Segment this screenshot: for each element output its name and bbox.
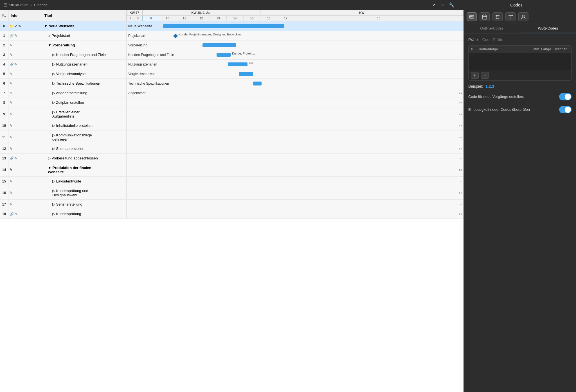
row-gantt-3: Kunden-Fragebogen und Ziele Kunde; Proje…: [127, 50, 464, 59]
toolbar-btn-keys[interactable]: [467, 12, 477, 21]
edit-icon[interactable]: ✎: [10, 147, 12, 151]
gantt-arrow-14: >>: [459, 168, 462, 172]
filter-icon[interactable]: ⛛: [432, 3, 436, 8]
table-row: 17 ✎ ▷ Seitenerstellung >>: [0, 200, 464, 209]
edit-icon[interactable]: ✎: [10, 191, 12, 195]
toolbar-btn-calendar[interactable]: [480, 12, 490, 21]
table-body[interactable]: 0 📁 ✓ ✎ ▼ Neue Webseite Neue Webseite 1 …: [0, 21, 464, 392]
toggle-label-unique-codes: Eindeutigkeit neuer Codes überprüfen: [468, 107, 530, 112]
row-gantt-18: >>: [127, 209, 464, 218]
breadcrumb-eingabe[interactable]: Eingabe: [34, 3, 48, 7]
row-num-2: 2: [0, 40, 8, 50]
breadcrumb-strukturplan[interactable]: Strukturplan: [9, 3, 28, 7]
tab-wbs-codes[interactable]: WBS-Codes: [520, 24, 576, 33]
row-gantt-17: >>: [127, 200, 464, 209]
edit-icon[interactable]: ✎: [10, 168, 12, 172]
col-header-reihenfolge: Reihenfolge: [479, 47, 532, 51]
edit-icon[interactable]: ✎: [10, 202, 12, 206]
edit-icon[interactable]: ✎: [10, 82, 12, 85]
title-label: Titel: [44, 13, 52, 18]
table-row: 14 ✎ ▼ Produktion der finalen Webseite >…: [0, 163, 464, 177]
toggle-new-codes[interactable]: [559, 93, 572, 100]
table-header: # ▲ Info Titel KW 27 KW 28, 9. Juli KW 7…: [0, 10, 464, 21]
gantt-label-2: Vorbereitung: [128, 43, 147, 47]
gantt-arrow-7: >>: [459, 91, 462, 95]
edit-icon[interactable]: ✎: [15, 62, 17, 66]
col-header-num: #: [471, 47, 479, 51]
col-title-header: Titel: [42, 10, 127, 21]
code-table-header: # Reihenfolge Min. Länge Trenner: [469, 46, 571, 53]
toggle-unique-codes[interactable]: [559, 106, 572, 113]
row-info-8: ✎: [8, 98, 42, 107]
edit-icon[interactable]: ✎: [10, 53, 12, 57]
row-info-2: ✎: [8, 40, 42, 50]
row-num-3: 3: [0, 50, 8, 59]
edit-icon[interactable]: ✎: [15, 212, 17, 216]
svg-point-1: [470, 17, 471, 17]
tab-outline-codes[interactable]: Outline-Codes: [464, 24, 520, 33]
edit-icon[interactable]: ✎: [10, 72, 12, 76]
edit-icon[interactable]: ✎: [10, 43, 12, 47]
row-info-1: 🔗 ✎: [8, 31, 42, 40]
edit-icon[interactable]: ✎: [18, 24, 21, 28]
edit-icon[interactable]: ✎: [15, 34, 17, 38]
outline-icon[interactable]: ≡: [441, 3, 444, 8]
gantt-bar-4: [228, 62, 248, 66]
edit-icon[interactable]: ✎: [10, 101, 12, 105]
row-title-15: ▷ Layoutentwürfe: [42, 177, 127, 186]
code-table-body: [469, 53, 571, 70]
row-num-8: 8: [0, 98, 8, 107]
toggle-row-unique-codes: Eindeutigkeit neuer Codes überprüfen: [468, 105, 572, 114]
row-gantt-11: >>: [127, 130, 464, 144]
gantt-arrow-11: >>: [459, 136, 462, 139]
row-gantt-8: >>: [127, 98, 464, 107]
svg-point-19: [523, 15, 525, 17]
codes-content: Präfix: # Reihenfolge Min. Länge Trenner: [464, 33, 576, 392]
table-row: 6 ✎ ▷ Technische Spezifikationen Technis…: [0, 79, 464, 88]
row-gantt-14: >>: [127, 163, 464, 176]
row-num-14: 14: [0, 163, 8, 176]
day-7: 7: [127, 16, 134, 21]
row-gantt-6: Technische Spezifikationen: [127, 79, 464, 88]
add-code-button[interactable]: +: [471, 72, 479, 79]
gantt-arrow-15: >>: [459, 180, 462, 183]
row-num-13: 13: [0, 154, 8, 163]
remove-code-button[interactable]: −: [481, 72, 489, 79]
day-16: 16: [260, 16, 277, 21]
row-title-14: ▼ Produktion der finalen Webseite: [42, 163, 127, 176]
col-info-header: Info: [8, 10, 42, 21]
right-tabs: Outline-Codes WBS-Codes: [464, 24, 576, 33]
edit-icon[interactable]: ✎: [10, 179, 12, 183]
example-row: Beispiel: 1.2.3: [468, 84, 572, 89]
gantt-res-4: Ku...: [249, 61, 255, 65]
gantt-bar-6: [253, 82, 262, 85]
toolbar-btn-list[interactable]: [492, 12, 503, 21]
toolbar-btn-user[interactable]: [518, 12, 528, 21]
row-info-13: 🔗 ✎: [8, 154, 42, 163]
row-info-17: ✎: [8, 200, 42, 209]
row-info-9: ✎: [8, 107, 42, 121]
edit-icon[interactable]: ✎: [10, 135, 12, 139]
row-title-11: ▷ Kommunikationswege definieren: [42, 130, 127, 144]
prefix-input[interactable]: [482, 37, 572, 42]
example-label: Beispiel:: [468, 84, 483, 89]
row-title-7: ▷ Angebotserstellung: [42, 88, 127, 98]
gantt-label-7: Angebotser...: [128, 91, 148, 95]
gantt-arrow-8: >>: [459, 101, 462, 104]
toolbar-btn-filter[interactable]: [505, 12, 516, 21]
edit-icon[interactable]: ✎: [10, 124, 12, 128]
row-num-17: 17: [0, 200, 8, 209]
info-label: Info: [11, 13, 17, 18]
sort-icon[interactable]: ▲: [4, 14, 6, 17]
table-row: 9 ✎ ▷ Erstellen einer Aufgabenliste >>: [0, 107, 464, 121]
row-title-18: ▷ Kundenprüfung: [42, 209, 127, 218]
edit-icon[interactable]: ✎: [10, 91, 12, 95]
edit-icon[interactable]: ✎: [15, 156, 17, 160]
menu-icon[interactable]: ☰: [3, 3, 7, 8]
row-gantt-9: >>: [127, 107, 464, 121]
table-row: 15 ✎ ▷ Layoutentwürfe >>: [0, 177, 464, 186]
table-row: 1 🔗 ✎ ▷ Projektstart Projektstart Kunde;…: [0, 31, 464, 40]
edit-icon[interactable]: ✎: [10, 112, 12, 116]
table-row: 7 ✎ ▷ Angebotserstellung Angebotser... >…: [0, 88, 464, 98]
wrench-icon[interactable]: 🔧: [449, 2, 454, 8]
